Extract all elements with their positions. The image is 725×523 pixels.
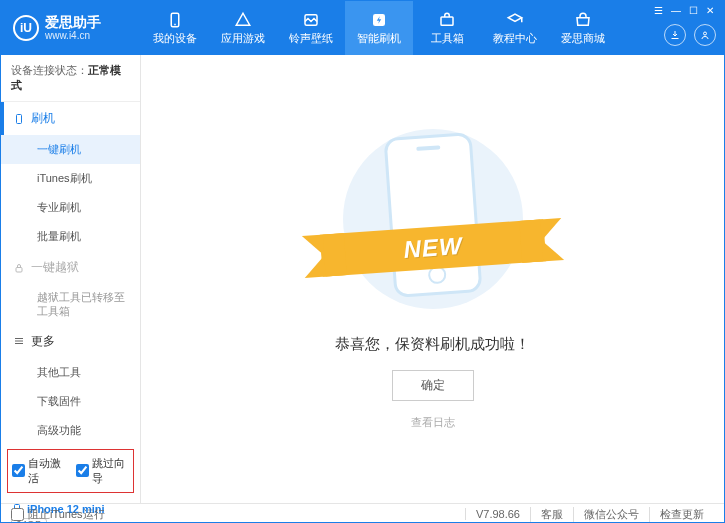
tab-label: 我的设备 (153, 31, 197, 46)
logo-area: iU 爱思助手 www.i4.cn (1, 15, 141, 41)
checkbox-block-itunes[interactable]: 阻止iTunes运行 (11, 507, 105, 522)
section-more[interactable]: 更多 (1, 325, 140, 358)
tab-label: 智能刷机 (357, 31, 401, 46)
tab-my-device[interactable]: 我的设备 (141, 1, 209, 55)
phone-icon (13, 113, 25, 125)
sidebar-item-batch-flash[interactable]: 批量刷机 (1, 222, 140, 251)
tab-toolbox[interactable]: 工具箱 (413, 1, 481, 55)
success-message: 恭喜您，保资料刷机成功啦！ (335, 335, 530, 354)
lock-icon (13, 262, 25, 274)
window-controls: ☰ — ☐ ✕ (652, 1, 716, 20)
ok-button[interactable]: 确定 (392, 370, 474, 401)
tab-apps-games[interactable]: 应用游戏 (209, 1, 277, 55)
app-url: www.i4.cn (45, 30, 101, 41)
checkbox-label: 跳过向导 (92, 456, 130, 486)
wallpaper-icon (302, 11, 320, 29)
tab-smart-flash[interactable]: 智能刷机 (345, 1, 413, 55)
svg-rect-4 (441, 17, 453, 25)
tab-tutorials[interactable]: 教程中心 (481, 1, 549, 55)
section-title: 更多 (31, 333, 55, 350)
sidebar-item-pro-flash[interactable]: 专业刷机 (1, 193, 140, 222)
tutorial-icon (506, 11, 524, 29)
app-title: 爱思助手 (45, 15, 101, 30)
tab-store[interactable]: 爱思商城 (549, 1, 617, 55)
sidebar-item-itunes-flash[interactable]: iTunes刷机 (1, 164, 140, 193)
close-button[interactable]: ✕ (706, 5, 714, 16)
checkbox-skip-guide[interactable]: 跳过向导 (76, 456, 130, 486)
nav-tabs: 我的设备 应用游戏 铃声壁纸 智能刷机 工具箱 教程中心 爱思商城 (141, 1, 617, 55)
sidebar-item-other-tools[interactable]: 其他工具 (1, 358, 140, 387)
ribbon-text: NEW (402, 231, 463, 263)
user-icon (699, 29, 711, 41)
checkbox-label: 阻止iTunes运行 (28, 507, 105, 522)
version-label: V7.98.66 (465, 508, 530, 520)
apps-icon (234, 11, 252, 29)
flash-icon (370, 11, 388, 29)
sidebar-item-download-firmware[interactable]: 下载固件 (1, 387, 140, 416)
svg-rect-7 (16, 267, 22, 272)
store-icon (574, 11, 592, 29)
section-title: 刷机 (31, 110, 55, 127)
tab-label: 爱思商城 (561, 31, 605, 46)
minimize-button[interactable]: — (671, 5, 681, 16)
download-icon (669, 29, 681, 41)
main-content: NEW 恭喜您，保资料刷机成功啦！ 确定 查看日志 (141, 55, 724, 503)
maximize-button[interactable]: ☐ (689, 5, 698, 16)
svg-point-5 (704, 32, 707, 35)
block-itunes-input[interactable] (11, 508, 24, 521)
sidebar-item-oneclick-flash[interactable]: 一键刷机 (1, 135, 140, 164)
tab-label: 铃声壁纸 (289, 31, 333, 46)
success-illustration: NEW (343, 129, 523, 309)
connection-status: 设备连接状态：正常模式 (1, 55, 140, 102)
status-label: 设备连接状态： (11, 64, 88, 76)
app-logo-icon: iU (13, 15, 39, 41)
sidebar: 设备连接状态：正常模式 刷机 一键刷机 iTunes刷机 专业刷机 批量刷机 一… (1, 55, 141, 503)
wechat-link[interactable]: 微信公众号 (573, 507, 649, 522)
customer-service-link[interactable]: 客服 (530, 507, 573, 522)
svg-rect-6 (17, 114, 22, 123)
checkbox-label: 自动激活 (28, 456, 66, 486)
download-button[interactable] (664, 24, 686, 46)
jailbreak-note: 越狱工具已转移至工具箱 (1, 284, 140, 325)
app-header: iU 爱思助手 www.i4.cn 我的设备 应用游戏 铃声壁纸 智能刷机 工具… (1, 1, 724, 55)
more-icon (13, 335, 25, 347)
menu-icon[interactable]: ☰ (654, 5, 663, 16)
tab-label: 应用游戏 (221, 31, 265, 46)
check-update-link[interactable]: 检查更新 (649, 507, 714, 522)
section-flash[interactable]: 刷机 (1, 102, 140, 135)
tab-label: 工具箱 (431, 31, 464, 46)
auto-activate-input[interactable] (12, 464, 25, 477)
tab-ringtones-wallpapers[interactable]: 铃声壁纸 (277, 1, 345, 55)
section-jailbreak: 一键越狱 (1, 251, 140, 284)
user-button[interactable] (694, 24, 716, 46)
section-title: 一键越狱 (31, 259, 79, 276)
options-row: 自动激活 跳过向导 (7, 449, 134, 493)
view-log-link[interactable]: 查看日志 (411, 415, 455, 430)
toolbox-icon (438, 11, 456, 29)
skip-guide-input[interactable] (76, 464, 89, 477)
checkbox-auto-activate[interactable]: 自动激活 (12, 456, 66, 486)
sidebar-item-advanced[interactable]: 高级功能 (1, 416, 140, 445)
phone-icon (166, 11, 184, 29)
tab-label: 教程中心 (493, 31, 537, 46)
